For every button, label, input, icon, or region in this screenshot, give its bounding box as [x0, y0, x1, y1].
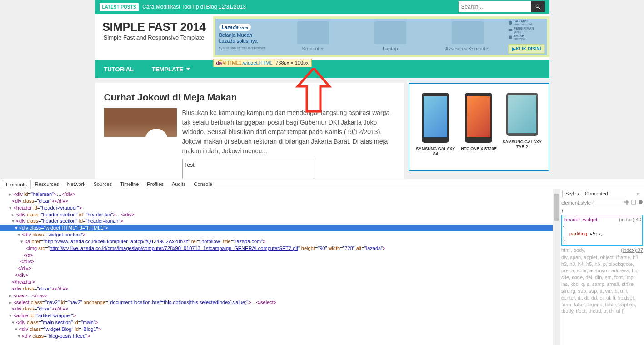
dom-line[interactable]: ▸ <nav>…</nav> — [0, 292, 560, 299]
nav-item-template[interactable]: TEMPLATE — [152, 66, 190, 73]
dom-line[interactable]: </div> — [0, 265, 560, 272]
scrollbar[interactable] — [553, 189, 560, 345]
article-title[interactable]: Curhat Jokowi di Meja Makan — [104, 92, 395, 103]
dom-line[interactable]: <div class="clear"></div> — [0, 305, 560, 312]
devtools-tabs: Elements Resources Network Sources Timel… — [0, 179, 644, 189]
highlighted-rule[interactable]: (index):40 .header .widget{ padding: ▸5p… — [561, 215, 643, 246]
main-column: Curhat Jokowi di Meja Makan Blusukan ke … — [95, 83, 404, 179]
banner-cat-aksesoris: Aksesoris Komputer — [429, 21, 506, 52]
sidebar: SAMSUNG GALAXY S4 HTC ONE X S720E SAMSUN… — [409, 83, 549, 179]
devtools-tab-elements[interactable]: Elements — [2, 180, 31, 189]
site-title[interactable]: SIMPLE FAST 2014 — [95, 20, 213, 34]
styles-tab-styles[interactable]: Styles — [562, 190, 582, 197]
banner-cat-komputer: Komputer — [275, 21, 352, 52]
dom-line[interactable]: ▸ <select class="nav2" id="nav2" onchang… — [0, 299, 560, 306]
dom-line[interactable]: ▾ <div class="widget HTML" id="HTML1"> — [0, 225, 560, 231]
banner-cat-laptop: Laptop — [352, 21, 429, 52]
dom-line[interactable]: ▾ <div class="blog-posts hfeed"> — [0, 333, 560, 340]
red-arrow-annotation — [295, 68, 332, 115]
banner-badges: GARANSIuang kembali PENGIRIMANgratis* BA… — [506, 19, 543, 42]
search-icon — [535, 4, 541, 10]
search-button[interactable] — [531, 1, 545, 12]
dom-line[interactable]: ▸ <div id="halaman">…</div> — [0, 191, 560, 198]
devtools-tab-console[interactable]: Console — [190, 180, 216, 189]
svg-rect-2 — [509, 36, 512, 39]
styles-tab-more[interactable]: » — [634, 190, 642, 197]
search-input[interactable] — [459, 1, 531, 12]
svg-point-4 — [639, 200, 643, 204]
latest-post-link[interactable]: Cara Modifikasi ToolTip di Blog 12/31/20… — [142, 4, 458, 10]
dom-line[interactable]: </div> — [0, 258, 560, 265]
styles-tab-computed[interactable]: Computed — [582, 190, 611, 197]
dom-line[interactable]: </a> — [0, 252, 560, 259]
chevron-down-icon — [186, 67, 190, 71]
browser-viewport: LATEST POSTS Cara Modifikasi ToolTip di … — [0, 0, 644, 179]
article-image[interactable] — [104, 108, 177, 156]
header: SIMPLE FAST 2014 Simple Fast and Respons… — [95, 14, 549, 60]
inspect-tooltip: div#HTML1.widget.HTML 738px × 100px — [213, 59, 312, 67]
devtools-tab-profiles[interactable]: Profiles — [143, 180, 168, 189]
devtools-tab-network[interactable]: Network — [63, 180, 89, 189]
header-banner[interactable]: Lazada.co.id Belanja Mudah,Lazada solusi… — [213, 16, 549, 57]
dom-line[interactable]: </header> — [0, 279, 560, 285]
styles-tabs: Styles Computed » — [560, 189, 644, 198]
site-subtitle: Simple Fast and Responsive Template — [95, 34, 213, 41]
svg-rect-1 — [509, 29, 512, 31]
hover-icon[interactable] — [631, 200, 636, 205]
dom-line[interactable]: </div> — [0, 272, 560, 279]
phone-2[interactable]: HTC ONE X S720E — [457, 93, 500, 170]
devtools-styles-pane: Styles Computed » element.style { } (ind… — [560, 189, 644, 345]
dom-line[interactable]: ▾ <header id="header-wrapper"> — [0, 205, 560, 211]
devtools-tab-audits[interactable]: Audits — [168, 180, 190, 189]
dom-line[interactable]: ▾ <div class="widget-content"> — [0, 231, 560, 238]
dom-line[interactable]: <img src="http://srv-live.lazada.co.id/c… — [0, 245, 560, 252]
topbar: LATEST POSTS Cara Modifikasi ToolTip di … — [95, 0, 549, 14]
article-excerpt: Blusukan ke kampung-kampung dan mendenga… — [182, 108, 395, 179]
dom-line[interactable]: ▾ <div class="header section" id="header… — [0, 218, 560, 225]
devtools-tab-sources[interactable]: Sources — [90, 180, 116, 189]
banner-note: syarat dan ketentuan berlaku — [219, 46, 271, 50]
latest-posts-badge: LATEST POSTS — [100, 3, 139, 11]
dom-line[interactable]: <div class="clear"></div> — [0, 198, 560, 205]
dom-line[interactable]: ▾ <aside id="artikel-wrapper"> — [0, 312, 560, 319]
nav-item-tutorial[interactable]: TUTORIAL — [104, 66, 134, 73]
css-reset-selectors: div, span, applet, object, iframe, h1, h… — [561, 254, 643, 315]
dom-line[interactable]: ▾ <div class="main section" id="main"> — [0, 319, 560, 326]
devtools-tab-timeline[interactable]: Timeline — [116, 180, 143, 189]
banner-tagline: Belanja Mudah,Lazada solusinya — [219, 32, 271, 44]
plus-icon[interactable] — [624, 200, 629, 205]
dom-line[interactable]: <div class="clear"></div> — [0, 285, 560, 292]
lazada-logo: Lazada.co.id — [219, 24, 251, 31]
svg-rect-3 — [632, 200, 636, 204]
phone-1[interactable]: SAMSUNG GALAXY S4 — [414, 93, 457, 170]
dom-line[interactable]: ▾ <div class="widget Blog" id="Blog1"> — [0, 326, 560, 333]
test-textarea[interactable]: Test Haba — [182, 159, 314, 179]
banner-cta[interactable]: ▶ KLIK DISINI — [508, 44, 545, 54]
dom-line[interactable]: ▾ <a href="http://www.lazada.co.id/beli-… — [0, 238, 560, 245]
gear-icon[interactable] — [638, 200, 643, 205]
phone-box[interactable]: SAMSUNG GALAXY S4 HTC ONE X S720E SAMSUN… — [409, 83, 549, 171]
devtools-panel: Elements Resources Network Sources Timel… — [0, 179, 644, 345]
dom-line[interactable]: ▸ <div class="header section" id="header… — [0, 211, 560, 218]
header-right: Lazada.co.id Belanja Mudah,Lazada solusi… — [213, 16, 549, 57]
svg-point-0 — [509, 21, 512, 25]
element-style-label: element.style { — [561, 200, 594, 206]
devtools-dom-tree[interactable]: ▸ <div id="halaman">…</div> <div class="… — [0, 189, 560, 345]
phone-3[interactable]: SAMSUNG GALAXY TAB 2 — [500, 93, 544, 170]
header-left: SIMPLE FAST 2014 Simple Fast and Respons… — [95, 16, 213, 57]
devtools-tab-resources[interactable]: Resources — [31, 180, 63, 189]
